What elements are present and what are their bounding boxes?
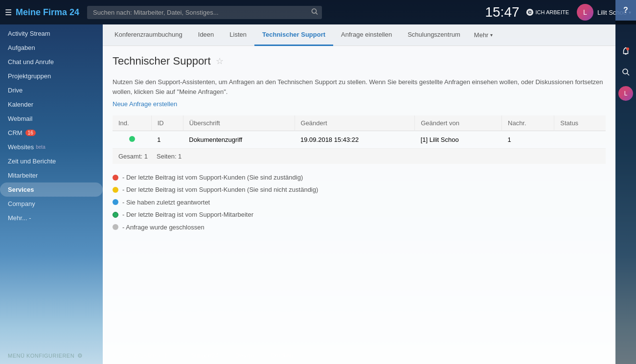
- sidebar-item-13[interactable]: Mehr... -: [0, 211, 103, 225]
- description-text: Nutzen Sie den Support-Assistenten, um A…: [113, 77, 606, 96]
- sidebar-item-6[interactable]: Webmail: [0, 112, 103, 126]
- footer-link-print[interactable]: Drucken: [271, 352, 293, 359]
- search-right-button[interactable]: [615, 62, 636, 82]
- legend-item: - Der letzte Beitrag ist vom Support-Kun…: [113, 184, 606, 195]
- tab-1[interactable]: Ideen: [190, 24, 222, 46]
- tab-3[interactable]: Technischer Support: [254, 24, 333, 46]
- content-body: Nutzen Sie den Support-Assistenten, um A…: [103, 72, 615, 244]
- col-geändert-von: Geändert von: [415, 115, 502, 131]
- tab-4[interactable]: Anfrage einstellen: [333, 24, 400, 46]
- sidebar-item-12[interactable]: Company: [0, 197, 103, 211]
- pages-label: Seiten: 1: [157, 153, 182, 160]
- configure-label: MENÜ KONFIGURIEREN: [8, 353, 74, 359]
- gear-icon: ⚙: [77, 352, 83, 359]
- footer: © 2001-2018 Bitrix, Inc. | Support24 | D…: [103, 347, 615, 364]
- notifications-button[interactable]: [615, 41, 636, 62]
- right-sidebar-avatar[interactable]: L: [618, 86, 633, 101]
- tab-5[interactable]: Schulungszentrum: [400, 24, 468, 46]
- sidebar-item-0[interactable]: Activity Stream: [0, 26, 103, 41]
- col-id: ID: [151, 115, 183, 131]
- total-row: Gesamt: 1 Seiten: 1: [113, 149, 606, 164]
- sidebar-item-8[interactable]: Websitesbeta: [0, 140, 103, 154]
- favorite-icon[interactable]: ☆: [216, 56, 224, 67]
- work-status[interactable]: ICH ARBEITE: [526, 9, 569, 16]
- col-geändert: Geändert: [295, 115, 415, 131]
- table-body: 1Dokumentenzugriff19.09.2018 15:43:22[1]…: [113, 131, 606, 149]
- search-container: [87, 6, 322, 19]
- legend-item: - Der letzte Beitrag ist vom Support-Kun…: [113, 172, 606, 183]
- content-panel: Technischer Support ☆ Nutzen Sie den Sup…: [103, 46, 615, 364]
- tab-2[interactable]: Listen: [222, 24, 254, 46]
- svg-point-1: [626, 47, 629, 50]
- sidebar-item-7[interactable]: CRM16: [0, 126, 103, 140]
- sidebar-item-5[interactable]: Kalender: [0, 97, 103, 112]
- sidebar-item-9[interactable]: Zeit und Berichte: [0, 154, 103, 168]
- sidebar-item-2[interactable]: Chat und Anrufe: [0, 55, 103, 69]
- menu-icon[interactable]: ☰: [5, 8, 12, 17]
- footer-link-design[interactable]: Design: [235, 352, 253, 359]
- status-dot: [526, 9, 533, 16]
- col-überschrift: Überschrift: [183, 115, 295, 131]
- sidebar-item-11[interactable]: Services: [0, 182, 103, 197]
- col-ind.: Ind.: [113, 115, 151, 131]
- search-input[interactable]: [87, 6, 322, 19]
- legend-item: - Anfrage wurde geschlossen: [113, 222, 606, 233]
- total-label: Gesamt: 1: [118, 153, 148, 160]
- tab-more[interactable]: Mehr ▾: [468, 24, 499, 46]
- status-label: ICH ARBEITE: [536, 9, 569, 15]
- help-button[interactable]: ?: [615, 0, 636, 21]
- right-sidebar: ? L: [615, 0, 636, 364]
- content-header: Technischer Support ☆: [103, 46, 615, 72]
- sidebar-item-4[interactable]: Drive: [0, 83, 103, 97]
- legend-item: - Sie haben zuletzt geantwortet: [113, 197, 606, 208]
- new-request-link[interactable]: Neue Anfrage erstellen: [113, 100, 177, 108]
- search-icon: [311, 8, 318, 17]
- sidebar-item-10[interactable]: Mitarbeiter: [0, 168, 103, 182]
- support-table: Ind.IDÜberschriftGeändertGeändert vonNac…: [113, 115, 606, 149]
- col-nachr.: Nachr.: [502, 115, 554, 131]
- tab-bar: KonferenzraumbuchungIdeenListenTechnisch…: [103, 24, 615, 46]
- logo-text: Meine Firma: [16, 7, 67, 17]
- current-time: 15:47: [485, 4, 519, 20]
- table-header: Ind.IDÜberschriftGeändertGeändert vonNac…: [113, 115, 606, 131]
- legend: - Der letzte Beitrag ist vom Support-Kun…: [113, 172, 606, 233]
- svg-marker-7: [529, 11, 531, 13]
- header: ☰ Meine Firma 24 15:47 ICH ARBEITE L Lil…: [0, 0, 636, 24]
- footer-link-support[interactable]: Support24: [191, 352, 218, 359]
- avatar: L: [577, 4, 593, 21]
- svg-line-3: [627, 73, 629, 75]
- sidebar-item-3[interactable]: Projektgruppen: [0, 69, 103, 83]
- sidebar-item-1[interactable]: Aufgaben: [0, 41, 103, 55]
- copyright: © 2001-2018 Bitrix, Inc.: [113, 352, 174, 359]
- svg-point-2: [623, 69, 628, 74]
- page-title: Technischer Support: [113, 55, 211, 68]
- logo-number: 24: [69, 7, 79, 17]
- configure-menu-button[interactable]: MENÜ KONFIGURIEREN ⚙: [0, 347, 103, 364]
- col-status: Status: [554, 115, 606, 131]
- table-row[interactable]: 1Dokumentenzugriff19.09.2018 15:43:22[1]…: [113, 131, 606, 149]
- app-logo: Meine Firma 24: [16, 7, 79, 18]
- main-content: KonferenzraumbuchungIdeenListenTechnisch…: [103, 24, 615, 364]
- svg-line-5: [316, 13, 318, 15]
- left-sidebar: Activity StreamAufgabenChat und AnrufePr…: [0, 24, 103, 364]
- tab-0[interactable]: Konferenzraumbuchung: [107, 24, 190, 46]
- legend-item: - Der letzte Beitrag ist vom Support-Mit…: [113, 209, 606, 220]
- svg-rect-0: [625, 54, 627, 55]
- svg-point-4: [312, 9, 317, 13]
